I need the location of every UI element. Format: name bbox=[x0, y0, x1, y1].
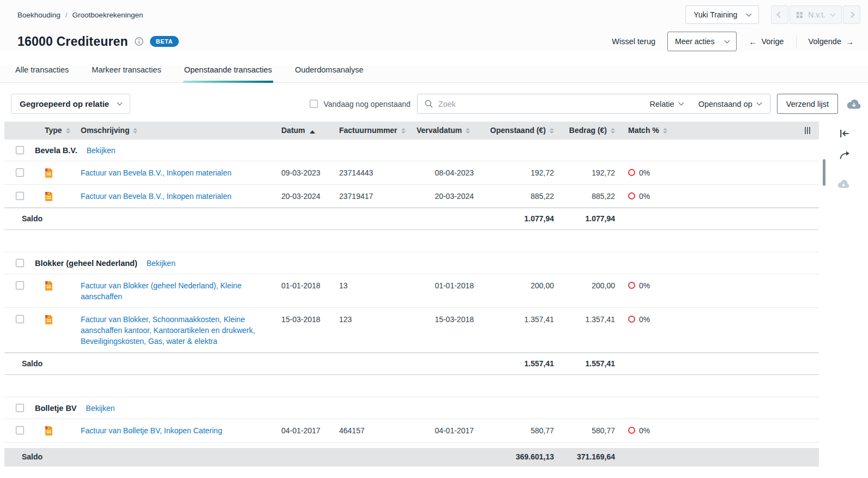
cell-openstaand: 200,00 bbox=[482, 274, 563, 307]
cell-bedrag: 1.357,41 bbox=[563, 308, 624, 352]
cell-vervaldatum: 20-03-2024 bbox=[407, 185, 482, 208]
volgende-button[interactable]: Volgende → bbox=[809, 37, 854, 46]
group-checkbox[interactable] bbox=[16, 259, 24, 267]
cloud-icon[interactable] bbox=[837, 179, 850, 189]
search-input[interactable] bbox=[438, 100, 644, 108]
chevron-right-icon bbox=[848, 11, 854, 17]
bekijken-link[interactable]: Bekijken bbox=[147, 259, 176, 268]
info-icon[interactable] bbox=[135, 37, 143, 46]
meer-acties-button[interactable]: Meer acties bbox=[667, 32, 737, 51]
cell-openstaand: 885,22 bbox=[482, 185, 563, 208]
breadcrumb-separator: / bbox=[65, 11, 68, 19]
row-checkbox[interactable] bbox=[16, 426, 24, 434]
sort-icon bbox=[611, 128, 615, 134]
match-circle-icon bbox=[628, 427, 635, 434]
transactions-table: Type Omschrijving Datum Factuurnummer Ve… bbox=[4, 122, 819, 467]
saldo-openstaand: 1.557,41 bbox=[482, 353, 563, 374]
cell-factuurnummer: 13 bbox=[331, 274, 407, 307]
grand-total-bedrag: 371.169,64 bbox=[563, 448, 624, 467]
cell-match: 0% bbox=[639, 281, 650, 292]
group-by-dropdown[interactable]: Gegroepeerd op relatie bbox=[11, 94, 130, 114]
chevron-down-icon bbox=[117, 100, 123, 106]
tab-openstaande-transacties[interactable]: Openstaande transacties bbox=[183, 65, 273, 82]
group-checkbox[interactable] bbox=[16, 404, 24, 412]
breadcrumb-boekhouding[interactable]: Boekhouding bbox=[17, 11, 61, 19]
organization-selector[interactable]: Yuki Training bbox=[685, 5, 759, 24]
match-circle-icon bbox=[628, 169, 635, 176]
match-circle-icon bbox=[628, 192, 635, 199]
record-selector[interactable]: N.v.t. bbox=[789, 5, 842, 24]
verzend-lijst-button[interactable]: Verzend lijst bbox=[777, 94, 838, 114]
tab-markeer-transacties[interactable]: Markeer transacties bbox=[91, 65, 162, 82]
vertical-scrollbar[interactable] bbox=[823, 159, 825, 186]
column-header-factuurnummer[interactable]: Factuurnummer bbox=[331, 122, 407, 140]
chevron-down-icon bbox=[830, 11, 836, 16]
table-header-row: Type Omschrijving Datum Factuurnummer Ve… bbox=[4, 122, 819, 140]
group-header-row: Bevela B.V. Bekijken bbox=[4, 140, 819, 161]
chevron-down-icon bbox=[756, 100, 762, 106]
column-header-omschrijving[interactable]: Omschrijving bbox=[70, 122, 273, 140]
next-record-button[interactable] bbox=[843, 5, 860, 24]
purchase-invoice-icon bbox=[45, 168, 53, 178]
row-checkbox[interactable] bbox=[16, 281, 24, 289]
column-header-openstaand[interactable]: Openstaand (€) bbox=[482, 122, 563, 140]
bekijken-link[interactable]: Bekijken bbox=[86, 404, 115, 413]
transaction-link[interactable]: Factuur van Blokker (geheel Nederland), … bbox=[81, 281, 263, 302]
beta-badge: BETA bbox=[150, 36, 179, 47]
today-open-checkbox[interactable] bbox=[310, 100, 318, 108]
row-checkbox[interactable] bbox=[16, 168, 24, 177]
sort-icon bbox=[550, 128, 554, 134]
title-bar: 16000 Crediteuren BETA Wissel terug Meer… bbox=[0, 24, 868, 51]
sort-asc-icon bbox=[310, 130, 315, 134]
transaction-link[interactable]: Factuur van Bolletje BV, Inkopen Caterin… bbox=[81, 426, 222, 437]
cell-bedrag: 885,22 bbox=[563, 185, 624, 208]
breadcrumb-grootboekrekeningen[interactable]: Grootboekrekeningen bbox=[73, 11, 143, 19]
collapse-panel-icon[interactable] bbox=[840, 129, 849, 138]
redo-arrow-icon[interactable] bbox=[839, 150, 850, 160]
sort-icon bbox=[133, 128, 137, 134]
bekijken-link[interactable]: Bekijken bbox=[87, 146, 116, 155]
row-checkbox[interactable] bbox=[16, 315, 24, 323]
openstaand-op-filter-dropdown[interactable]: Openstaand op bbox=[698, 100, 761, 108]
arrow-left-icon: ← bbox=[749, 37, 757, 46]
column-header-bedrag[interactable]: Bedrag (€) bbox=[563, 122, 624, 140]
relatie-filter-dropdown[interactable]: Relatie bbox=[650, 100, 683, 108]
breadcrumb: Boekhouding / Grootboekrekeningen bbox=[17, 11, 143, 19]
saldo-label: Saldo bbox=[4, 353, 273, 374]
tab-alle-transacties[interactable]: Alle transacties bbox=[14, 65, 70, 82]
saldo-label: Saldo bbox=[4, 208, 273, 229]
tab-ouderdomsanalyse[interactable]: Ouderdomsanalyse bbox=[294, 65, 365, 82]
previous-record-button[interactable] bbox=[771, 5, 788, 24]
transaction-link[interactable]: Factuur van Blokker, Schoonmaakkosten, K… bbox=[81, 314, 263, 347]
transaction-link[interactable]: Factuur van Bevela B.V., Inkopen materia… bbox=[81, 168, 232, 179]
transaction-link[interactable]: Factuur van Bevela B.V., Inkopen materia… bbox=[81, 191, 232, 202]
cell-match: 0% bbox=[639, 314, 650, 325]
column-header-vervaldatum[interactable]: Vervaldatum bbox=[407, 122, 482, 140]
cell-vervaldatum: 08-04-2023 bbox=[407, 161, 482, 184]
row-checkbox[interactable] bbox=[16, 192, 24, 200]
chevron-left-icon bbox=[777, 11, 783, 17]
cell-match: 0% bbox=[639, 426, 650, 437]
group-spacer bbox=[4, 375, 819, 397]
group-checkbox[interactable] bbox=[16, 146, 24, 154]
today-open-checkbox-group[interactable]: Vandaag nog openstaand bbox=[310, 100, 410, 108]
column-header-match[interactable]: Match % bbox=[624, 122, 684, 140]
group-by-label: Gegroepeerd op relatie bbox=[20, 99, 109, 108]
cell-openstaand: 1.357,41 bbox=[482, 308, 563, 352]
vorige-button[interactable]: ← Vorige bbox=[749, 37, 783, 46]
grand-total-row: Saldo 369.601,13 371.169,64 bbox=[4, 448, 819, 467]
cell-datum: 20-03-2024 bbox=[273, 185, 331, 208]
wissel-terug-button[interactable]: Wissel terug bbox=[612, 37, 655, 46]
column-settings-icon[interactable] bbox=[805, 127, 810, 134]
grand-total-openstaand: 369.601,13 bbox=[482, 448, 563, 467]
chevron-down-icon bbox=[725, 38, 730, 43]
record-selector-label: N.v.t. bbox=[808, 10, 825, 19]
sort-icon bbox=[466, 128, 470, 134]
arrow-right-icon: → bbox=[846, 37, 854, 46]
cell-datum: 09-03-2023 bbox=[273, 161, 331, 184]
table-row: Factuur van Bolletje BV, Inkopen Caterin… bbox=[4, 419, 819, 443]
download-cloud-button[interactable] bbox=[846, 98, 861, 110]
column-header-type[interactable]: Type bbox=[35, 122, 70, 140]
record-navigation-group: N.v.t. bbox=[771, 5, 860, 24]
column-header-datum[interactable]: Datum bbox=[273, 122, 331, 140]
